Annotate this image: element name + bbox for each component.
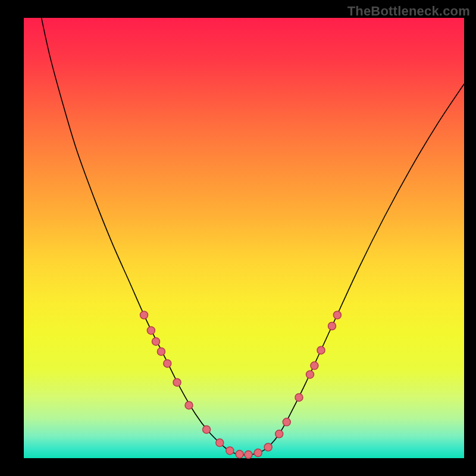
curve-dot: [283, 418, 290, 426]
curve-dot: [254, 449, 262, 457]
chart-frame: TheBottleneck.com: [0, 0, 476, 476]
curve-dot: [185, 402, 193, 409]
curve-dot: [147, 327, 155, 334]
curve-dot: [264, 443, 272, 451]
curve-dot: [157, 347, 165, 355]
curve-dot: [164, 359, 171, 367]
v-curve-line: [42, 18, 464, 455]
curve-dot: [275, 430, 283, 438]
plot-overlay-svg: [24, 18, 464, 458]
curve-dot: [216, 439, 224, 447]
curve-dot: [152, 337, 160, 345]
curve-dot: [245, 451, 252, 459]
curve-dot: [203, 425, 211, 433]
curve-dots-group: [140, 311, 342, 459]
curve-dot: [236, 450, 243, 458]
curve-dot: [333, 311, 341, 319]
curve-dot: [226, 447, 234, 455]
curve-dot: [317, 346, 325, 354]
curve-dot: [306, 371, 314, 378]
curve-dot: [295, 393, 303, 401]
curve-dot: [140, 311, 148, 319]
watermark-text: TheBottleneck.com: [347, 4, 470, 19]
curve-dot: [173, 378, 181, 386]
curve-dot: [311, 362, 318, 369]
curve-dot: [328, 322, 336, 330]
